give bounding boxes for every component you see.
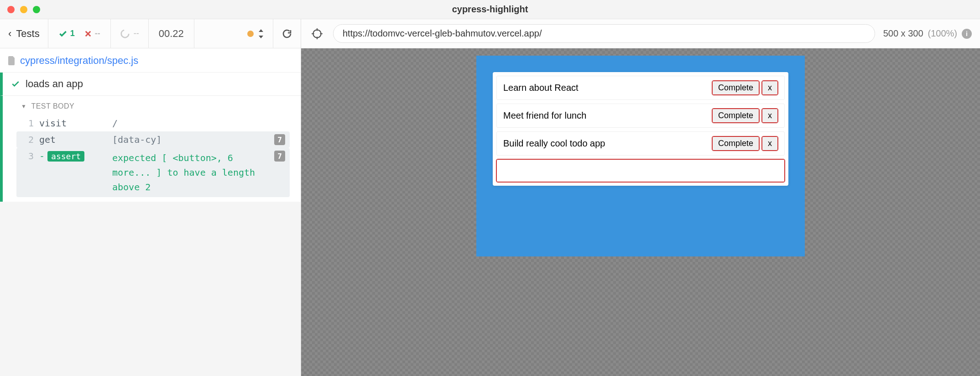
crosshair-icon [311,28,323,40]
window-title: cypress-highlight [0,4,980,15]
passed-count: 1 [58,29,75,38]
chevron-left-icon: ‹ [8,28,11,40]
passed-number: 1 [70,29,75,38]
url-display[interactable]: https://todomvc-vercel-gleb-bahmutov.ver… [333,24,875,43]
todo-item: Learn about React Complete x [496,76,785,100]
todo-text: Build really cool todo app [503,138,605,149]
updown-icon [257,29,265,39]
reporter-pane: ‹ Tests 1 -- -- 00.22 [0,19,301,376]
pending-number: -- [134,29,139,38]
pending-count: -- [111,19,149,48]
svg-point-1 [313,30,321,37]
command-row[interactable]: 2 get [data-cy] 7 [16,131,290,148]
viewport-scale: (100%) [928,28,957,39]
remove-button[interactable]: x [762,136,778,151]
file-icon [8,56,16,65]
window-titlebar: cypress-highlight [0,0,980,19]
triangle-down-icon: ▼ [21,103,26,110]
auto-scroll-toggle[interactable] [239,19,273,48]
viewport-info: 500 x 300 (100%) i [883,28,972,39]
test-body: ▼ TEST BODY 1 visit / 2 get [data-cy] 7 … [0,96,301,202]
duration-value: 00.22 [159,28,184,40]
test-title-row[interactable]: loads an app [0,73,301,96]
assert-text: expected [ <button>, 6 more... ] to have… [112,151,267,194]
app-under-test: Learn about React Complete x Meet friend… [476,56,805,256]
complete-button[interactable]: Complete [712,136,759,151]
assert-badge: assert [47,151,84,162]
amber-dot-icon [247,31,254,37]
spinner-icon [120,29,130,39]
elements-count-badge: 7 [274,151,285,162]
remove-button[interactable]: x [762,81,778,95]
window-minimize-icon[interactable] [20,6,27,13]
pass-fail-group: 1 -- [48,19,111,48]
back-to-tests-button[interactable]: ‹ Tests [0,19,48,48]
command-name: visit [39,118,112,129]
preview-header: https://todomvc-vercel-gleb-bahmutov.ver… [301,19,980,48]
aut-preview-area: Learn about React Complete x Meet friend… [301,48,980,376]
command-name: get [39,134,112,145]
complete-button[interactable]: Complete [712,81,759,95]
x-icon [84,30,92,38]
test-title: loads an app [26,78,83,90]
new-todo-input[interactable] [496,159,785,182]
todo-text: Learn about React [503,83,579,93]
line-number: 1 [21,118,39,129]
remove-button[interactable]: x [762,109,778,123]
url-text: https://todomvc-vercel-gleb-bahmutov.ver… [343,28,542,38]
todo-item: Meet friend for lunch Complete x [496,104,785,128]
window-zoom-icon[interactable] [33,6,40,13]
elements-count-badge: 7 [274,134,285,145]
todo-text: Meet friend for lunch [503,110,586,121]
todo-item: Build really cool todo app Complete x [496,131,785,156]
window-close-icon[interactable] [7,6,15,13]
command-row[interactable]: 3 - assert expected [ <button>, 6 more..… [16,148,290,197]
selector-playground-button[interactable] [309,26,325,42]
traffic-lights [7,6,40,13]
stats-bar: ‹ Tests 1 -- -- 00.22 [0,19,301,48]
preview-pane: https://todomvc-vercel-gleb-bahmutov.ver… [301,19,980,376]
command-args: [data-cy] [112,134,267,145]
check-icon [11,79,20,89]
command-row[interactable]: 1 visit / [16,115,290,131]
back-label: Tests [16,28,39,40]
dash-icon: - [39,151,45,162]
svg-point-0 [121,30,129,37]
spec-path-text: cypress/integration/spec.js [20,55,138,67]
line-number: 3 [21,151,39,162]
line-number: 2 [21,134,39,145]
check-icon [58,29,68,38]
todo-list: Learn about React Complete x Meet friend… [493,72,788,186]
viewport-size: 500 x 300 [883,28,923,39]
failed-count: -- [84,29,100,38]
duration: 00.22 [149,19,194,48]
spec-file-link[interactable]: cypress/integration/spec.js [0,48,301,73]
command-args: / [112,118,267,129]
rerun-button[interactable] [273,19,301,48]
test-body-label: TEST BODY [31,102,74,110]
info-icon[interactable]: i [962,29,972,39]
complete-button[interactable]: Complete [712,109,759,123]
command-log: 1 visit / 2 get [data-cy] 7 3 - assert [3,115,301,197]
test-body-header[interactable]: ▼ TEST BODY [3,96,301,115]
reload-icon [281,28,292,39]
failed-number: -- [95,29,100,38]
